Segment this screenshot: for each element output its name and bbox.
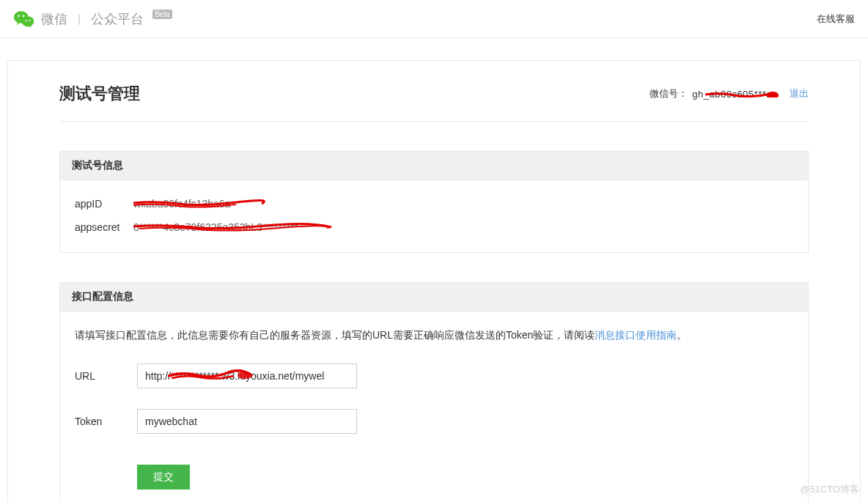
config-description: 请填写接口配置信息，此信息需要你有自己的服务器资源，填写的URL需要正确响应微信… [75, 326, 793, 344]
url-row: URL [75, 363, 793, 388]
brand-platform-text: 公众平台 [91, 10, 144, 28]
config-panel-body: 请填写接口配置信息，此信息需要你有自己的服务器资源，填写的URL需要正确响应微信… [60, 311, 808, 502]
token-row: Token [75, 409, 793, 434]
logout-link[interactable]: 退出 [790, 87, 809, 100]
main-panel: 测试号管理 微信号： gh_ab00c605***a 退出 测试号信息 appI… [7, 60, 861, 502]
token-label: Token [75, 416, 137, 427]
account-value: gh_ab00c605***a [692, 89, 772, 100]
title-row: 测试号管理 微信号： gh_ab00c605***a 退出 [59, 83, 809, 122]
info-panel-header: 测试号信息 [60, 152, 808, 180]
brand-divider: | [78, 12, 81, 26]
svg-point-7 [767, 92, 779, 97]
top-header: 微信 | 公众平台 Beta 在线客服 [0, 0, 868, 38]
token-input[interactable] [137, 409, 357, 434]
info-row-appsecret: appsecret 0******4c3e70f6225e353bL3*****… [75, 215, 793, 239]
appsecret-label: appsecret [75, 221, 133, 233]
brand: 微信 | 公众平台 Beta [13, 9, 172, 29]
info-panel-body: appID wxaba00fc4fc13ba6a appsecret 0****… [60, 180, 808, 252]
config-panel-header: 接口配置信息 [60, 283, 808, 311]
url-label: URL [75, 370, 137, 382]
submit-button[interactable]: 提交 [137, 465, 190, 490]
online-help-link[interactable]: 在线客服 [817, 12, 855, 26]
config-panel: 接口配置信息 请填写接口配置信息，此信息需要你有自己的服务器资源，填写的URL需… [59, 282, 809, 502]
svg-point-4 [23, 15, 25, 17]
wechat-icon [13, 9, 35, 29]
url-input[interactable] [137, 363, 357, 388]
brand-wechat-text: 微信 [41, 10, 67, 28]
account-prefix: 微信号： [650, 87, 688, 100]
appid-value: wxaba00fc4fc13ba6a [133, 198, 230, 210]
guide-link[interactable]: 消息接口使用指南 [595, 329, 677, 341]
appid-label: appID [75, 198, 133, 210]
info-panel: 测试号信息 appID wxaba00fc4fc13ba6a appsecret… [59, 151, 809, 253]
svg-point-6 [29, 20, 30, 21]
account-info: 微信号： gh_ab00c605***a 退出 [650, 87, 809, 100]
beta-badge: Beta [152, 10, 172, 19]
page-title: 测试号管理 [59, 83, 140, 105]
svg-point-5 [25, 20, 26, 21]
svg-point-3 [18, 15, 20, 17]
watermark: @51CTO博客 [800, 483, 859, 496]
appsecret-value: 0******4c3e70f6225e353bL3********* [133, 221, 298, 233]
info-row-appid: appID wxaba00fc4fc13ba6a [75, 192, 793, 215]
